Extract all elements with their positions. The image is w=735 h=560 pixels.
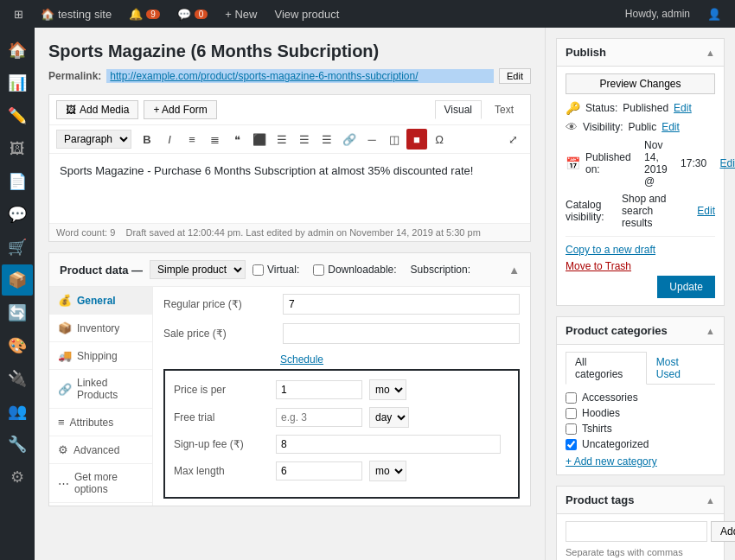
tags-hint: Separate tags with commas: [566, 547, 715, 557]
downloadable-checkbox-label[interactable]: Downloadable:: [313, 264, 396, 276]
status-edit-link[interactable]: Edit: [674, 102, 692, 114]
special-char-btn[interactable]: Ω: [429, 129, 450, 150]
signup-fee-input[interactable]: [276, 435, 501, 454]
fullscreen-btn[interactable]: ⤢: [502, 129, 523, 150]
add-media-btn[interactable]: 🖼 Add Media: [56, 100, 138, 119]
align-right-btn[interactable]: ☰: [294, 129, 315, 150]
product-nav-shipping[interactable]: 🚚 Shipping: [49, 342, 152, 370]
view-product-link[interactable]: View product: [268, 8, 347, 21]
add-tag-btn[interactable]: Add: [711, 521, 735, 542]
sidebar-icon-settings[interactable]: ⚙: [2, 461, 33, 493]
free-trial-unit-select[interactable]: day: [369, 407, 409, 428]
copy-to-draft-link[interactable]: Copy to a new draft: [566, 244, 715, 256]
move-to-trash-link[interactable]: Move to Trash: [566, 260, 631, 272]
paragraph-select[interactable]: Paragraph: [56, 130, 131, 149]
virtual-checkbox[interactable]: [252, 264, 264, 276]
product-nav-general[interactable]: 💰 General: [49, 287, 152, 315]
tab-text[interactable]: Text: [485, 100, 523, 119]
tag-input[interactable]: [566, 521, 707, 542]
publish-panel-header: Publish ▲: [557, 39, 724, 67]
ol-btn[interactable]: ≣: [204, 129, 225, 150]
sidebar-icon-users[interactable]: 👥: [2, 396, 33, 427]
regular-price-row: Regular price (₹): [163, 294, 520, 315]
regular-price-input[interactable]: [283, 294, 520, 315]
align-left-btn[interactable]: ⬛: [249, 129, 270, 150]
editor-content[interactable]: Sports Magazine - Purchase 6 Months Subs…: [49, 154, 530, 223]
cat-checkbox-uncategorized[interactable]: [566, 439, 577, 450]
product-nav-more[interactable]: ⋯ Get more options: [49, 464, 152, 503]
price-is-per-unit-select[interactable]: mo: [369, 379, 406, 400]
sale-price-input[interactable]: [283, 323, 520, 344]
cat-item-hoodies: Hoodies: [566, 407, 715, 419]
italic-btn[interactable]: I: [159, 129, 180, 150]
catalog-edit-link[interactable]: Edit: [697, 205, 715, 217]
product-data-collapse-btn[interactable]: ▲: [508, 264, 520, 277]
preview-changes-btn[interactable]: Preview Changes: [566, 73, 715, 94]
permalink-edit-btn[interactable]: Edit: [499, 68, 531, 84]
sidebar-icon-posts[interactable]: ✏️: [2, 100, 33, 131]
bold-btn[interactable]: B: [137, 129, 157, 150]
max-length-unit-select[interactable]: mo: [369, 461, 406, 481]
sidebar-icon-woo[interactable]: 🛒: [2, 232, 33, 263]
read-more-btn[interactable]: ◫: [384, 129, 405, 150]
new-item-btn[interactable]: + New: [218, 8, 264, 21]
tab-visual[interactable]: Visual: [435, 100, 482, 119]
publish-panel-collapse[interactable]: ▲: [706, 48, 715, 58]
virtual-checkbox-label[interactable]: Virtual:: [252, 264, 299, 276]
sidebar-icon-stats[interactable]: 📊: [2, 67, 33, 99]
cat-label-tshirts: Tshirts: [582, 423, 612, 435]
tab-most-used[interactable]: Most Used: [647, 352, 715, 385]
tab-all-categories[interactable]: All categories: [566, 352, 647, 385]
sidebar-icon-dashboard[interactable]: 🏠: [2, 35, 33, 66]
sidebar-icon-orders[interactable]: 🔄: [2, 297, 33, 328]
cat-checkbox-accessories[interactable]: [566, 392, 577, 404]
comments-count[interactable]: 💬 0: [170, 8, 215, 21]
price-is-per-input[interactable]: [276, 380, 362, 399]
update-btn[interactable]: Update: [657, 276, 715, 298]
tags-panel-collapse[interactable]: ▲: [706, 495, 715, 506]
cat-checkbox-hoodies[interactable]: [566, 408, 577, 419]
cat-checkbox-tshirts[interactable]: [566, 423, 577, 435]
general-icon: 💰: [58, 294, 72, 307]
stop-btn[interactable]: ■: [406, 129, 427, 150]
cat-label-accessories: Accessories: [582, 391, 638, 404]
sidebar-icon-pages[interactable]: 📄: [2, 166, 33, 197]
sidebar-icon-comments[interactable]: 💬: [2, 199, 33, 230]
schedule-link[interactable]: Schedule: [280, 353, 323, 366]
sidebar-icon-products[interactable]: 📦: [2, 264, 33, 296]
sidebar-icon-media[interactable]: 🖼: [2, 133, 33, 164]
categories-panel-collapse[interactable]: ▲: [706, 326, 715, 336]
wp-logo[interactable]: ⊞: [7, 8, 30, 21]
user-avatar[interactable]: 👤: [700, 8, 728, 21]
product-nav-attributes[interactable]: ≡ Attributes: [49, 409, 152, 436]
product-type-select[interactable]: Simple product: [150, 260, 246, 279]
draft-saved-info: Draft saved at 12:00:44 pm. Last edited …: [126, 227, 481, 238]
published-edit-link[interactable]: Edit: [719, 157, 735, 169]
sidebar-icon-tools[interactable]: 🔧: [2, 429, 33, 460]
inventory-icon: 📦: [58, 321, 72, 334]
free-trial-input[interactable]: [276, 408, 362, 427]
downloadable-checkbox[interactable]: [313, 264, 324, 276]
max-length-input[interactable]: [276, 461, 362, 480]
free-trial-row: Free trial day: [174, 407, 509, 428]
ul-btn[interactable]: ≡: [182, 129, 202, 150]
updates-count[interactable]: 🔔 9: [122, 8, 167, 21]
align-justify-btn[interactable]: ☰: [316, 129, 337, 150]
product-nav-inventory[interactable]: 📦 Inventory: [49, 315, 152, 342]
product-nav-linked[interactable]: 🔗 Linked Products: [49, 370, 152, 409]
sidebar-icon-plugins[interactable]: 🔌: [2, 363, 33, 394]
product-fields: Regular price (₹) Sale price (₹) Schedul…: [153, 287, 530, 506]
link-btn[interactable]: 🔗: [339, 129, 360, 150]
align-center-btn[interactable]: ☰: [272, 129, 292, 150]
add-form-btn[interactable]: + Add Form: [144, 100, 216, 119]
sidebar-icon-appearance[interactable]: 🎨: [2, 330, 33, 361]
blockquote-btn[interactable]: ❝: [227, 129, 247, 150]
editor-media-btns: 🖼 Add Media + Add Form: [56, 100, 217, 119]
site-name[interactable]: 🏠 testing site: [34, 8, 118, 21]
product-nav-advanced[interactable]: ⚙ Advanced: [49, 436, 152, 464]
horizontal-rule-btn[interactable]: ─: [361, 129, 382, 150]
editor-media-row: 🖼 Add Media + Add Form Visual Text: [49, 95, 530, 125]
visibility-edit-link[interactable]: Edit: [662, 121, 680, 133]
add-new-category-link[interactable]: + Add new category: [566, 455, 715, 468]
editor-tabs: Visual Text: [435, 100, 523, 119]
